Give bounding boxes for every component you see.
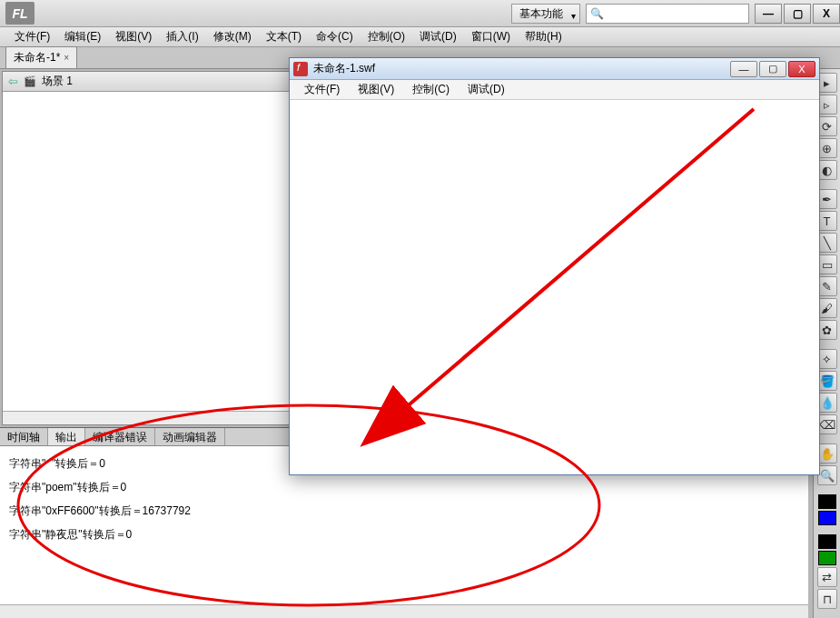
- swf-content-area: [290, 100, 819, 474]
- scene-icon: 🎬: [24, 75, 36, 87]
- minimize-button[interactable]: —: [755, 4, 782, 24]
- swf-maximize-button[interactable]: ▢: [759, 61, 786, 77]
- menu-view[interactable]: 视图(V): [108, 27, 159, 46]
- swf-app-icon: [293, 62, 308, 76]
- swf-menu-debug[interactable]: 调试(D): [459, 80, 514, 99]
- document-tab-label: 未命名-1*: [14, 50, 60, 65]
- stroke-color-swatch[interactable]: [818, 494, 836, 509]
- swf-close-button[interactable]: X: [788, 61, 815, 77]
- workspace-dropdown[interactable]: 基本功能: [511, 4, 580, 24]
- menu-insert[interactable]: 插入(I): [159, 27, 205, 46]
- maximize-button[interactable]: ▢: [784, 4, 811, 24]
- menu-file[interactable]: 文件(F): [7, 27, 57, 46]
- main-menu-bar: 文件(F) 编辑(E) 视图(V) 插入(I) 修改(M) 文本(T) 命令(C…: [0, 27, 840, 47]
- snap-tool-icon[interactable]: ⊓: [817, 589, 837, 609]
- search-box[interactable]: 🔍: [586, 4, 749, 24]
- swap-colors-icon[interactable]: ⇄: [817, 567, 837, 587]
- swf-title-bar[interactable]: 未命名-1.swf — ▢ X: [290, 58, 819, 80]
- swf-menu-control[interactable]: 控制(C): [403, 80, 459, 99]
- search-icon: 🔍: [590, 7, 604, 20]
- close-button[interactable]: X: [813, 4, 840, 24]
- tab-timeline[interactable]: 时间轴: [0, 428, 48, 445]
- menu-edit[interactable]: 编辑(E): [57, 27, 108, 46]
- swf-window-buttons: — ▢ X: [730, 61, 815, 77]
- swf-menu-bar: 文件(F) 视图(V) 控制(C) 调试(D): [290, 80, 819, 100]
- tab-compiler-errors[interactable]: 编译器错误: [85, 428, 155, 445]
- window-buttons: — ▢ X: [753, 4, 840, 24]
- output-line: 字符串"0xFF6600"转换后＝16737792: [9, 499, 799, 523]
- menu-debug[interactable]: 调试(D): [412, 27, 464, 46]
- output-line: 字符串"poem"转换后＝0: [9, 475, 799, 499]
- output-line: 字符串"静夜思"转换后＝0: [9, 523, 799, 546]
- document-tab-close-icon[interactable]: ×: [64, 53, 69, 63]
- menu-control[interactable]: 控制(O): [361, 27, 412, 46]
- bottom-scrollbar[interactable]: [0, 604, 808, 618]
- color-swatch-black[interactable]: [818, 534, 836, 549]
- menu-text[interactable]: 文本(T): [259, 27, 309, 46]
- color-swatch-green[interactable]: [818, 551, 836, 565]
- swf-menu-file[interactable]: 文件(F): [295, 80, 349, 99]
- search-input[interactable]: [606, 5, 745, 22]
- swf-title: 未命名-1.swf: [313, 61, 730, 76]
- tab-motion-editor[interactable]: 动画编辑器: [155, 428, 225, 445]
- menu-help[interactable]: 帮助(H): [518, 27, 569, 46]
- menu-window[interactable]: 窗口(W): [464, 27, 518, 46]
- menu-modify[interactable]: 修改(M): [206, 27, 259, 46]
- app-title-bar: FL 基本功能 🔍 — ▢ X: [0, 0, 840, 27]
- fill-color-swatch-blue[interactable]: [818, 511, 836, 525]
- menu-command[interactable]: 命令(C): [309, 27, 361, 46]
- scene-label: 场景 1: [42, 74, 73, 89]
- document-tab[interactable]: 未命名-1* ×: [5, 46, 77, 68]
- swf-menu-view[interactable]: 视图(V): [349, 80, 403, 99]
- swf-minimize-button[interactable]: —: [730, 61, 757, 77]
- tab-output[interactable]: 输出: [48, 428, 85, 445]
- back-arrow-icon[interactable]: ⇦: [8, 75, 18, 88]
- app-logo: FL: [5, 2, 35, 25]
- swf-player-window[interactable]: 未命名-1.swf — ▢ X 文件(F) 视图(V) 控制(C) 调试(D): [289, 57, 820, 475]
